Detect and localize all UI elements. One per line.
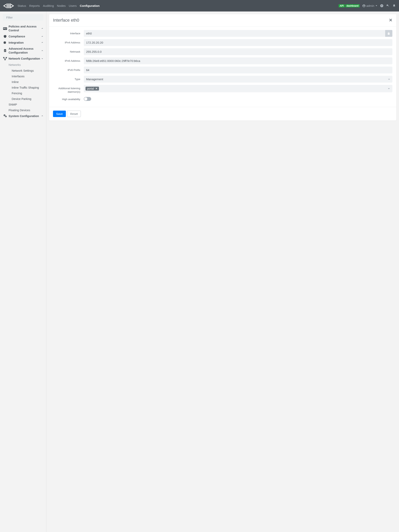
sidebar-network[interactable]: Network Configuration (3, 56, 44, 62)
daemon-tag-label: portal (87, 87, 94, 90)
label-ha: High availability (53, 96, 84, 101)
topbar-right: API dashboard admin ? (339, 4, 396, 8)
input-interface (84, 30, 385, 37)
sidebar-system[interactable]: System Configuration (3, 113, 44, 119)
label-type: Type (53, 76, 84, 81)
sidebar-integration[interactable]: Integration (3, 39, 44, 46)
card-footer: Save Reset (49, 107, 396, 120)
card-header: Interface eth0 ✕ (49, 14, 396, 26)
svg-rect-0 (7, 4, 7, 8)
sidebar-label: Advanced Access Configuration (9, 47, 41, 54)
sub-fencing[interactable]: Fencing (9, 90, 44, 96)
svg-marker-5 (11, 4, 14, 8)
api-badge[interactable]: API (339, 4, 345, 7)
daemons-tagbox[interactable]: portal ✕ (84, 85, 392, 92)
sub-network-settings[interactable]: Network Settings (9, 68, 44, 73)
label-ipv6: IPv6 Address (53, 57, 84, 63)
svg-rect-13 (4, 28, 5, 29)
card-body: Interface IPv4 Address Netmask IPv6 Addr… (49, 26, 396, 107)
nav-nodes[interactable]: Nodes (57, 4, 66, 8)
svg-point-28 (6, 116, 6, 117)
shield-icon (3, 35, 7, 38)
sub-device-parking[interactable]: Device Parking (9, 96, 44, 102)
tools-icon[interactable] (386, 4, 390, 8)
ha-toggle[interactable] (84, 97, 91, 101)
clipboard-icon (3, 49, 7, 52)
input-ipv6[interactable] (84, 57, 392, 64)
sub-inline[interactable]: Inline (9, 79, 44, 85)
interface-card: Interface eth0 ✕ Interface IPv4 Address … (49, 14, 396, 120)
select-type-value: Management (84, 76, 392, 82)
chevron-up-icon (41, 27, 44, 30)
svg-rect-21 (5, 51, 6, 51)
lock-icon[interactable] (385, 30, 392, 37)
chevron-down-icon (41, 57, 44, 60)
svg-rect-29 (388, 33, 390, 34)
app-logo (3, 3, 14, 9)
card-title: Interface eth0 (53, 18, 389, 23)
svg-rect-24 (5, 59, 6, 60)
id-card-icon (3, 27, 7, 30)
user-menu[interactable]: admin (362, 4, 377, 7)
sidebar-policies[interactable]: Policies and Access Control (3, 23, 44, 33)
caret-down-icon (376, 5, 377, 6)
svg-rect-16 (5, 29, 6, 29)
svg-rect-23 (6, 57, 7, 58)
svg-point-7 (363, 5, 364, 6)
label-daemons: Additional listening daemon(s) (53, 85, 84, 94)
sub-floating[interactable]: Floating Devices (9, 107, 44, 113)
svg-rect-3 (10, 4, 11, 8)
reset-button[interactable]: Reset (67, 111, 81, 117)
sidebar-label: Network Configuration (9, 57, 41, 61)
sidebar-compliance[interactable]: Compliance (3, 33, 44, 39)
sidebar-advanced[interactable]: Advanced Access Configuration (3, 45, 44, 56)
dashboard-badge[interactable]: dashboard (345, 4, 360, 7)
nav-status[interactable]: Status (18, 4, 26, 8)
filter-input[interactable] (6, 16, 43, 19)
chevron-up-icon (41, 35, 44, 38)
user-name: admin (366, 4, 374, 7)
chevron-up-icon (41, 50, 44, 52)
nav-users[interactable]: Users (69, 4, 77, 8)
svg-rect-2 (9, 4, 10, 8)
nav-auditing[interactable]: Auditing (43, 4, 54, 8)
puzzle-icon (3, 41, 7, 44)
sub-snmp[interactable]: SNMP (9, 102, 44, 107)
svg-rect-1 (8, 4, 9, 8)
sub-interfaces[interactable]: Interfaces (9, 73, 44, 79)
svg-marker-4 (3, 4, 6, 8)
select-type[interactable]: Management (84, 76, 392, 82)
save-button[interactable]: Save (53, 111, 66, 117)
sub-inline-traffic[interactable]: Inline Traffic Shaping (9, 85, 44, 90)
svg-rect-15 (5, 28, 7, 29)
nav-configuration[interactable]: Configuration (80, 4, 100, 8)
sub-heading-networks: Networks (9, 62, 44, 68)
chevron-up-icon (41, 115, 44, 117)
main: Interface eth0 ✕ Interface IPv4 Address … (46, 12, 399, 532)
bell-icon[interactable] (392, 4, 396, 8)
tag-remove-icon[interactable]: ✕ (96, 87, 97, 90)
help-icon[interactable]: ? (380, 4, 383, 8)
sidebar-label: System Configuration (9, 114, 41, 118)
svg-rect-22 (3, 57, 4, 58)
sidebar-network-sub: Networks Network Settings Interfaces Inl… (3, 62, 44, 113)
svg-text:?: ? (381, 5, 382, 7)
top-nav: Status Reports Auditing Nodes Users Conf… (18, 4, 339, 8)
input-ipv6prefix[interactable] (84, 67, 392, 73)
svg-rect-19 (5, 50, 6, 50)
close-icon[interactable]: ✕ (389, 18, 392, 23)
network-icon (3, 57, 7, 60)
user-icon (362, 4, 366, 7)
label-interface: Interface (53, 30, 84, 35)
sidebar-label: Compliance (9, 34, 41, 38)
sidebar-label: Policies and Access Control (9, 25, 41, 32)
filter-box[interactable] (3, 14, 44, 21)
svg-rect-14 (5, 28, 7, 28)
label-ipv6prefix: IPv6 Prefix (53, 67, 84, 72)
input-netmask[interactable] (84, 48, 392, 55)
svg-point-26 (4, 115, 5, 116)
nav-reports[interactable]: Reports (29, 4, 40, 8)
chevron-up-icon (41, 41, 44, 44)
input-ipv4[interactable] (84, 39, 392, 46)
label-ipv4: IPv4 Address (53, 39, 84, 44)
